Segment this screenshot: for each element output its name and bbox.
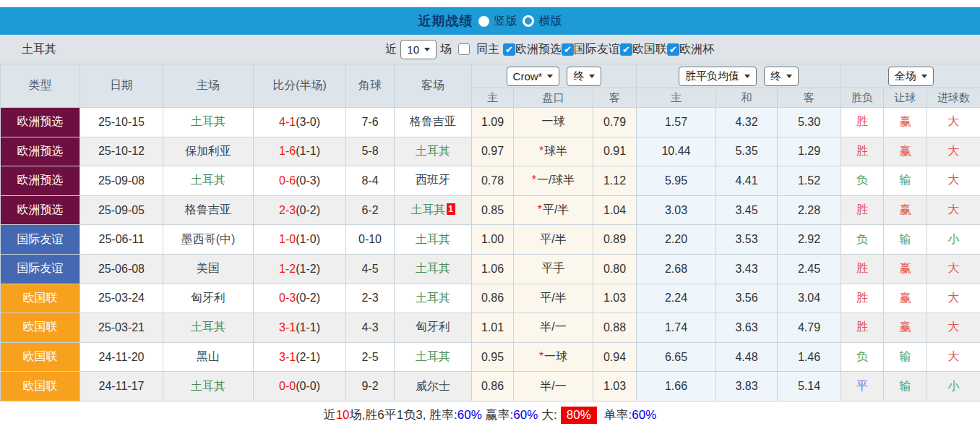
title-bar: 近期战绩 竖版 横版 — [0, 7, 980, 35]
team-name[interactable]: 美国 — [197, 262, 220, 274]
competition-checkbox[interactable]: ✔ — [562, 43, 574, 56]
wdl-result-cell: 负 — [841, 225, 884, 255]
team-name[interactable]: 格鲁吉亚 — [185, 203, 231, 216]
result-text: 小 — [948, 380, 960, 392]
odds-company-select[interactable]: Crow* — [507, 67, 560, 86]
odds-away-cell: 1.03 — [593, 372, 637, 402]
home-team-cell: 土耳其 — [163, 313, 254, 343]
chevron-down-icon — [589, 75, 595, 78]
team-name[interactable]: 土耳其 — [191, 115, 225, 127]
match-score[interactable]: 0-6 — [279, 174, 296, 187]
score-cell: 4-1(3-0) — [254, 108, 346, 137]
date-cell: 25-10-12 — [80, 137, 163, 166]
avg-draw-cell: 4.32 — [716, 108, 778, 137]
competition-checkbox[interactable]: ✔ — [503, 43, 515, 56]
team-name[interactable]: 土耳其 — [416, 233, 450, 245]
corners-cell: 4-5 — [346, 254, 395, 284]
team-name[interactable]: 威尔士 — [416, 380, 450, 392]
away-team-cell: 土耳其 — [395, 342, 472, 372]
team-name[interactable]: 匈牙利 — [191, 292, 225, 304]
avg-home-cell: 2.68 — [637, 254, 716, 284]
result-group-header: 全场 — [841, 64, 980, 88]
competition-label: 欧国联 — [632, 42, 667, 57]
corners-cell: 5-8 — [346, 137, 395, 166]
match-score[interactable]: 2-3 — [279, 204, 296, 216]
star-icon: * — [539, 145, 543, 157]
match-score[interactable]: 3-1 — [279, 351, 296, 363]
match-score[interactable]: 0-0 — [279, 380, 296, 392]
handicap-result-cell: 赢 — [884, 195, 927, 225]
competition-checkbox[interactable]: ✔ — [620, 43, 632, 56]
away-team-cell: 土耳其 — [395, 284, 472, 313]
vertical-layout-label[interactable]: 竖版 — [494, 14, 517, 29]
match-score[interactable]: 1-0 — [279, 233, 296, 245]
wdl-result-cell: 胜 — [841, 108, 884, 137]
team-name[interactable]: 土耳其 — [191, 320, 225, 333]
half-score: (2-1) — [296, 351, 320, 363]
match-score[interactable]: 3-1 — [279, 321, 296, 334]
handicap-result-cell: 赢 — [884, 284, 927, 313]
horizontal-layout-radio-icon[interactable] — [523, 15, 534, 27]
handicap-value: 半/一 — [540, 320, 566, 333]
team-name[interactable]: 土耳其 — [416, 292, 450, 304]
avg-away-cell: 5.14 — [778, 372, 841, 402]
result-text: 赢 — [900, 203, 911, 216]
star-icon: * — [532, 174, 536, 186]
wdl-result-cell: 负 — [841, 166, 884, 196]
team-name[interactable]: 黑山 — [197, 350, 220, 362]
corners-cell: 0-10 — [346, 225, 395, 255]
match-score[interactable]: 1-2 — [279, 263, 296, 275]
match-score[interactable]: 0-3 — [279, 292, 296, 304]
col-header-date: 日期 — [80, 64, 163, 108]
date-cell: 25-03-24 — [80, 284, 163, 313]
competition-checkbox[interactable]: ✔ — [667, 43, 679, 56]
same-home-checkbox[interactable] — [458, 43, 470, 55]
corners-cell: 9-2 — [346, 372, 395, 402]
match-score[interactable]: 4-1 — [279, 116, 296, 128]
summary-part: 60% — [513, 408, 538, 422]
results-table: 类型 日期 主场 比分(半场) 角球 客场 Crow* 终 — [0, 64, 980, 402]
avg-time-select[interactable]: 终 — [764, 67, 799, 86]
goals-result-cell: 小 — [927, 225, 980, 255]
team-name[interactable]: 土耳其 — [416, 350, 450, 362]
result-text: 输 — [900, 174, 911, 186]
match-score[interactable]: 1-6 — [279, 145, 296, 157]
team-name[interactable]: 土耳其 — [191, 174, 225, 186]
result-text: 赢 — [900, 115, 911, 127]
match-count-select[interactable]: 10 — [400, 40, 437, 59]
team-name[interactable]: 西班牙 — [416, 174, 450, 186]
corners-cell: 7-6 — [346, 108, 395, 137]
team-name[interactable]: 土耳其 — [416, 262, 450, 274]
avg-type-select[interactable]: 胜平负均值 — [679, 67, 757, 86]
corners-cell: 6-2 — [346, 195, 395, 225]
filter-bar: 土耳其 近 10 场 同主 ✔欧洲预选✔国际友谊✔欧国联✔欧洲杯 — [0, 35, 980, 64]
score-cell: 1-0(1-0) — [254, 225, 346, 255]
odds-home-cell: 0.95 — [472, 342, 514, 372]
col-header-home: 主场 — [163, 64, 254, 108]
summary-part: 单率: — [601, 407, 632, 423]
horizontal-layout-label[interactable]: 横版 — [539, 14, 562, 29]
team-name[interactable]: 保加利亚 — [185, 145, 231, 157]
team-name[interactable]: 土耳其 — [416, 145, 450, 157]
team-name[interactable]: 墨西哥(中) — [181, 233, 236, 245]
summary-part: 60% — [632, 408, 656, 422]
result-text: 胜 — [856, 320, 868, 333]
result-text: 赢 — [900, 145, 911, 157]
team-name[interactable]: 匈牙利 — [416, 320, 450, 333]
avg-draw-cell: 3.83 — [716, 372, 778, 402]
team-name[interactable]: 土耳其 — [191, 380, 225, 392]
avg-away-cell: 4.79 — [778, 313, 841, 343]
result-text: 大 — [948, 320, 960, 333]
avg-draw-cell: 4.41 — [716, 166, 778, 196]
team-name[interactable]: 格鲁吉亚 — [410, 115, 456, 127]
summary-part: 10 — [336, 408, 350, 422]
half-score: (0-3) — [296, 174, 320, 187]
odds-home-cell: 1.01 — [472, 313, 514, 343]
competition-label: 欧洲杯 — [679, 42, 714, 57]
team-name[interactable]: 土耳其 — [411, 203, 446, 216]
col-header-score: 比分(半场) — [254, 64, 346, 108]
handicap-value: 平/半 — [540, 233, 566, 245]
scope-select[interactable]: 全场 — [888, 67, 934, 86]
odds-time-select[interactable]: 终 — [567, 67, 601, 86]
vertical-layout-radio-selected-icon[interactable] — [478, 16, 489, 27]
